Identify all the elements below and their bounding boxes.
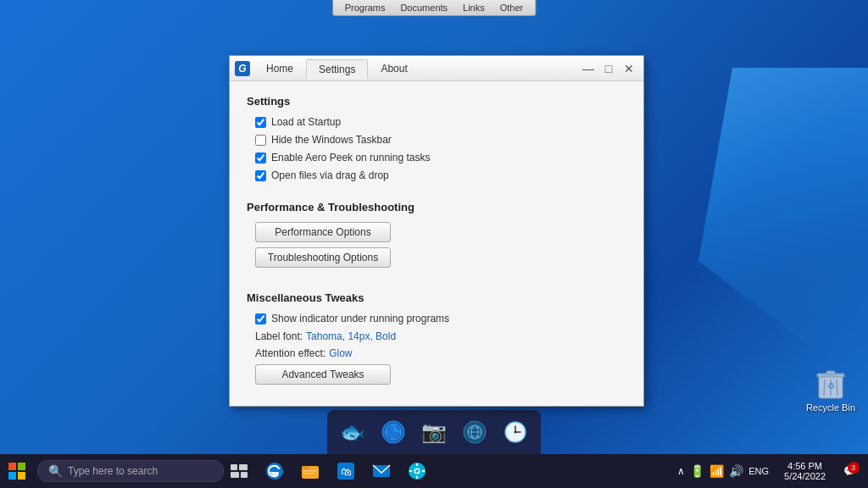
window-content: Settings Load at Startup Hide the Window… — [230, 81, 643, 406]
window-tabs: Home Settings About — [253, 58, 576, 78]
notification-badge: 3 — [848, 462, 860, 474]
settings-section-title: Settings — [247, 95, 626, 108]
toolbar-documents[interactable]: Documents — [393, 2, 454, 14]
tab-home[interactable]: Home — [253, 58, 306, 78]
performance-options-button[interactable]: Performance Options — [255, 222, 391, 242]
checkbox-hide-taskbar-input[interactable] — [255, 135, 266, 146]
dock-item-fish[interactable]: 🐟 — [334, 413, 371, 451]
svg-text:🛍: 🛍 — [341, 465, 352, 478]
svg-line-3 — [837, 380, 837, 396]
checkbox-load-startup-input[interactable] — [255, 117, 266, 128]
window-controls: — □ ✕ — [579, 61, 638, 76]
tab-settings[interactable]: Settings — [306, 59, 368, 79]
label-font-row: Label font: Tahoma, 14px, Bold — [247, 330, 626, 342]
performance-section: Performance & Troubleshooting Performanc… — [247, 201, 626, 268]
recycle-bin[interactable]: ♻ Recycle Bin — [803, 363, 859, 416]
checkbox-hide-taskbar[interactable]: Hide the Windows Taskbar — [247, 134, 626, 146]
system-tray: ∧ 🔋 📶 🔊 ENG — [672, 454, 774, 488]
taskbar-app-edge[interactable] — [258, 454, 292, 488]
search-icon: 🔍 — [48, 464, 63, 478]
svg-rect-21 — [8, 472, 16, 480]
toolbar-other[interactable]: Other — [493, 2, 531, 14]
checkbox-hide-taskbar-label: Hide the Windows Taskbar — [271, 134, 392, 146]
checkbox-indicator-input[interactable] — [255, 313, 266, 324]
svg-rect-24 — [239, 464, 248, 470]
checkbox-load-startup-label: Load at Startup — [271, 116, 341, 128]
taskbar-app-explorer[interactable] — [293, 454, 327, 488]
dock-item-windows[interactable] — [375, 413, 412, 451]
network-icon: 📶 — [709, 464, 724, 478]
clock-date: 5/24/2022 — [784, 471, 826, 481]
dock-item-network[interactable] — [456, 413, 493, 451]
taskbar-app-gear[interactable] — [400, 454, 434, 488]
recycle-bin-icon: ♻ — [814, 366, 848, 400]
svg-point-37 — [415, 469, 419, 473]
checkbox-aero-peek[interactable]: Enable Aero Peek on running tasks — [247, 152, 626, 164]
taskbar-pinned-apps: 🛍 — [258, 454, 434, 488]
taskbar-dock: 🐟 📷 — [327, 410, 541, 454]
dock-item-clock[interactable] — [497, 413, 534, 451]
svg-rect-5 — [826, 371, 835, 374]
svg-point-18 — [515, 431, 517, 434]
top-toolbar: Programs Documents Links Other — [332, 0, 537, 16]
settings-window: G Home Settings About — □ ✕ Settings Loa… — [229, 55, 644, 407]
toolbar-programs[interactable]: Programs — [338, 2, 392, 14]
svg-text:♻: ♻ — [826, 381, 834, 391]
recycle-bin-label: Recycle Bin — [806, 402, 855, 413]
volume-icon[interactable]: 🔊 — [729, 464, 743, 478]
svg-rect-22 — [18, 472, 25, 480]
taskbar-search[interactable]: 🔍 Type here to search — [37, 460, 224, 482]
language-icon[interactable]: ENG — [748, 466, 769, 476]
close-button[interactable]: ✕ — [620, 61, 638, 76]
taskbar-app-store[interactable]: 🛍 — [329, 454, 363, 488]
battery-icon: 🔋 — [690, 464, 704, 478]
checkbox-drag-drop[interactable]: Open files via drag & drop — [247, 169, 626, 181]
maximize-button[interactable]: □ — [599, 61, 618, 76]
svg-rect-26 — [241, 472, 248, 478]
notification-button[interactable]: 💬 3 — [836, 454, 863, 488]
start-button[interactable] — [0, 454, 34, 488]
chevron-up-icon[interactable]: ∧ — [677, 465, 685, 477]
checkbox-indicator-label: Show indicator under running programs — [271, 313, 449, 324]
search-placeholder: Type here to search — [68, 465, 158, 477]
checkbox-aero-peek-input[interactable] — [255, 152, 266, 164]
minimize-button[interactable]: — — [579, 61, 598, 76]
taskbar-right: ∧ 🔋 📶 🔊 ENG 4:56 PM 5/24/2022 💬 3 — [672, 454, 868, 488]
desktop: Programs Documents Links Other ♻ Recycle… — [0, 0, 868, 488]
dock-item-camera[interactable]: 📷 — [415, 413, 453, 451]
taskbar-clock[interactable]: 4:56 PM 5/24/2022 — [777, 461, 832, 481]
checkbox-load-startup[interactable]: Load at Startup — [247, 116, 626, 128]
performance-section-title: Performance & Troubleshooting — [247, 201, 626, 214]
svg-line-1 — [824, 380, 825, 396]
advanced-tweaks-button[interactable]: Advanced Tweaks — [255, 364, 391, 385]
clock-time: 4:56 PM — [787, 461, 822, 471]
checkbox-indicator[interactable]: Show indicator under running programs — [247, 313, 626, 324]
svg-rect-23 — [231, 464, 237, 470]
taskbar: 🔍 Type here to search — [0, 454, 868, 488]
svg-rect-20 — [18, 463, 25, 470]
attention-effect-row: Attention effect: Glow — [247, 347, 626, 359]
taskbar-app-mail[interactable] — [364, 454, 398, 488]
tab-about[interactable]: About — [368, 58, 420, 78]
toolbar-links[interactable]: Links — [456, 2, 492, 14]
label-font-label: Label font: — [255, 330, 303, 342]
svg-rect-30 — [303, 470, 317, 472]
attention-effect-label: Attention effect: — [255, 347, 326, 359]
checkbox-drag-drop-label: Open files via drag & drop — [271, 169, 389, 181]
checkbox-drag-drop-input[interactable] — [255, 170, 266, 181]
label-font-value[interactable]: Tahoma, 14px, Bold — [306, 330, 396, 342]
checkbox-aero-peek-label: Enable Aero Peek on running tasks — [271, 152, 430, 164]
troubleshooting-options-button[interactable]: Troubleshooting Options — [255, 247, 391, 268]
svg-rect-25 — [231, 472, 239, 478]
desktop-decoration — [698, 68, 868, 390]
misc-section: Miscellaneous Tweaks Show indicator unde… — [247, 291, 626, 385]
svg-rect-31 — [303, 473, 314, 474]
misc-section-title: Miscellaneous Tweaks — [247, 291, 626, 304]
app-icon: G — [235, 61, 250, 76]
window-titlebar: G Home Settings About — □ ✕ — [230, 56, 643, 81]
task-view-button[interactable] — [224, 454, 254, 488]
svg-rect-29 — [302, 466, 309, 469]
svg-rect-19 — [8, 463, 16, 470]
attention-effect-value[interactable]: Glow — [329, 347, 352, 359]
